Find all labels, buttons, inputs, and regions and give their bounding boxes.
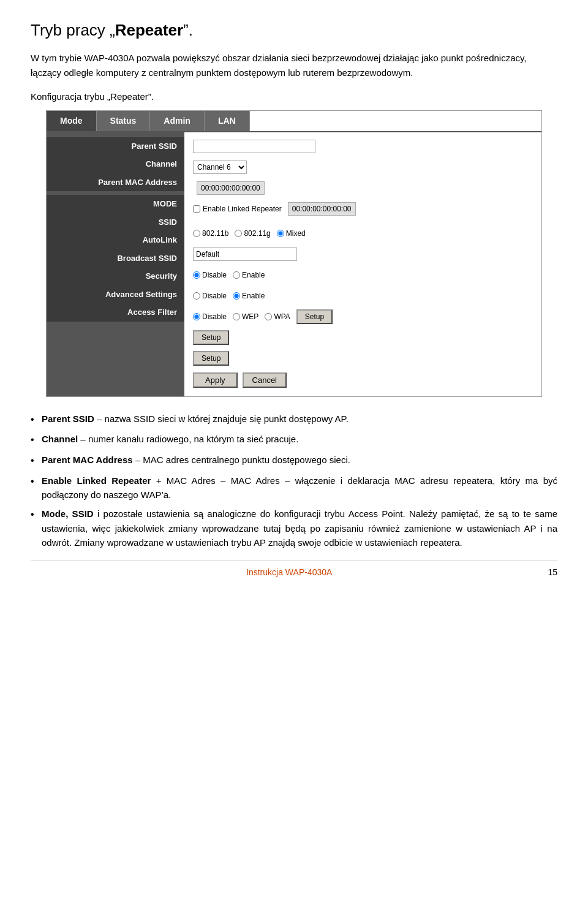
bullet-item-enable-linked: • Enable Linked Repeater + MAC Adres – M… — [31, 474, 557, 502]
sidebar-item-advanced-settings: Advanced Settings — [47, 285, 184, 304]
bottom-buttons: Apply Cancel — [193, 372, 533, 388]
mode-radio-mixed-input[interactable] — [277, 230, 284, 237]
channel-select[interactable]: Channel 6 Channel 1 Channel 2 Channel 3 … — [193, 161, 247, 174]
bullet-item-parent-mac-address: • Parent MAC Address – MAC adres central… — [31, 453, 557, 469]
broadcast-ssid-disable-input[interactable] — [193, 292, 200, 300]
parent-ssid-row — [193, 138, 533, 154]
advanced-settings-setup-button[interactable]: Setup — [193, 330, 229, 345]
autolink-enable-input[interactable] — [233, 271, 240, 279]
mode-radio-80211g[interactable]: 802.11g — [235, 228, 270, 239]
sidebar-item-parent-mac: Parent MAC Address — [47, 173, 184, 192]
section-heading: Konfiguracja trybu „Repeater”. — [31, 90, 557, 104]
footer-page-number: 15 — [548, 566, 557, 579]
security-radio-group: Disable WEP WPA Setup — [193, 309, 333, 324]
mode-radio-mixed[interactable]: Mixed — [277, 228, 306, 239]
security-setup-button[interactable]: Setup — [296, 309, 333, 324]
mode-radio-80211g-input[interactable] — [235, 230, 242, 237]
bullet-dot-3: • — [31, 453, 42, 469]
sidebar-item-channel: Channel — [47, 155, 184, 173]
broadcast-ssid-radio-group: Disable Enable — [193, 290, 265, 301]
sidebar-item-ssid: SSID — [47, 213, 184, 232]
autolink-row: Disable Enable — [193, 267, 533, 283]
sidebar-item-security: Security — [47, 267, 184, 285]
footer-text: Instrukcja WAP-4030A — [246, 567, 332, 577]
bullet-dot-4: • — [31, 474, 42, 502]
bullet-text-2: Channel – numer kanału radiowego, na któ… — [42, 432, 557, 448]
sidebar: Parent SSID Channel Parent MAC Address M… — [47, 132, 184, 396]
parent-mac-row: 00:00:00:00:00:00 — [193, 180, 533, 196]
autolink-radio-group: Disable Enable — [193, 270, 265, 281]
tab-mode[interactable]: Mode — [47, 111, 97, 131]
parent-ssid-input[interactable] — [193, 140, 315, 153]
enable-linked-repeater-label[interactable]: Enable Linked Repeater — [193, 203, 282, 214]
parent-mac-display: 00:00:00:00:00:00 — [197, 181, 265, 195]
security-wep-input[interactable] — [233, 313, 240, 320]
security-disable[interactable]: Disable — [193, 311, 227, 322]
tab-lan[interactable]: LAN — [205, 111, 250, 131]
tab-bar: Mode Status Admin LAN — [47, 111, 541, 132]
ssid-input[interactable] — [193, 247, 297, 261]
bullet-text-4: Enable Linked Repeater + MAC Adres – MAC… — [42, 474, 557, 502]
security-disable-input[interactable] — [193, 313, 200, 320]
channel-row: Channel 6 Channel 1 Channel 2 Channel 3 … — [193, 159, 533, 175]
access-filter-row: Setup — [193, 350, 533, 366]
enable-linked-repeater-checkbox[interactable] — [193, 205, 200, 213]
broadcast-ssid-enable[interactable]: Enable — [233, 290, 265, 301]
apply-button[interactable]: Apply — [193, 372, 238, 388]
bullet-item-mode-ssid: • Mode, SSID i pozostałe ustawienia są a… — [31, 507, 557, 550]
security-wep[interactable]: WEP — [233, 311, 258, 322]
mode-radio-80211b[interactable]: 802.11b — [193, 228, 228, 239]
bullet-text-1: Parent SSID – nazwa SSID sieci w której … — [42, 412, 557, 428]
bullet-text-3: Parent MAC Address – MAC adres centralne… — [42, 453, 557, 469]
security-row: Disable WEP WPA Setup — [193, 309, 533, 325]
tab-admin[interactable]: Admin — [150, 111, 205, 131]
broadcast-ssid-row: Disable Enable — [193, 288, 533, 304]
footer: 15 Instrukcja WAP-4030A — [31, 561, 557, 579]
bullet-dot-2: • — [31, 432, 42, 448]
security-wpa-input[interactable] — [265, 313, 272, 320]
autolink-disable[interactable]: Disable — [193, 270, 227, 281]
access-filter-setup-button[interactable]: Setup — [193, 351, 229, 366]
cancel-button[interactable]: Cancel — [243, 372, 287, 388]
sidebar-item-parent-ssid: Parent SSID — [47, 137, 184, 156]
broadcast-ssid-enable-input[interactable] — [233, 292, 240, 300]
mode-radio-80211b-input[interactable] — [193, 230, 200, 237]
broadcast-ssid-disable[interactable]: Disable — [193, 290, 227, 301]
sidebar-item-broadcast-ssid: Broadcast SSID — [47, 249, 184, 268]
mode-row: 802.11b 802.11g Mixed — [193, 225, 533, 241]
bullet-dot-1: • — [31, 412, 42, 428]
intro-text: W tym trybie WAP-4030A pozwala powiększy… — [31, 51, 557, 80]
bullet-dot-5: • — [31, 507, 42, 550]
sidebar-item-access-filter: Access Filter — [47, 303, 184, 322]
bullet-text-5: Mode, SSID i pozostałe ustawienia są ana… — [42, 507, 557, 550]
autolink-disable-input[interactable] — [193, 271, 200, 279]
page-title: Tryb pracy „Repeater”. — [31, 18, 557, 42]
tab-status[interactable]: Status — [97, 111, 151, 131]
content-area: Channel 6 Channel 1 Channel 2 Channel 3 … — [184, 132, 541, 396]
advanced-settings-row: Setup — [193, 330, 533, 346]
bullet-item-channel: • Channel – numer kanału radiowego, na k… — [31, 432, 557, 448]
sidebar-item-autolink: AutoLink — [47, 231, 184, 249]
router-panel: Mode Status Admin LAN Parent SSID Channe… — [46, 110, 542, 397]
bullet-item-parent-ssid: • Parent SSID – nazwa SSID sieci w które… — [31, 412, 557, 428]
autolink-enable[interactable]: Enable — [233, 270, 265, 281]
panel-body: Parent SSID Channel Parent MAC Address M… — [47, 132, 541, 396]
bullet-section: • Parent SSID – nazwa SSID sieci w które… — [31, 412, 557, 550]
linked-repeater-mac-display: 00:00:00:00:00:00 — [288, 202, 356, 216]
sidebar-item-mode: MODE — [47, 195, 184, 213]
mode-radio-group: 802.11b 802.11g Mixed — [193, 228, 306, 239]
ssid-row — [193, 246, 533, 262]
security-wpa[interactable]: WPA — [265, 311, 290, 322]
enable-linked-repeater-row: Enable Linked Repeater 00:00:00:00:00:00 — [193, 201, 533, 217]
